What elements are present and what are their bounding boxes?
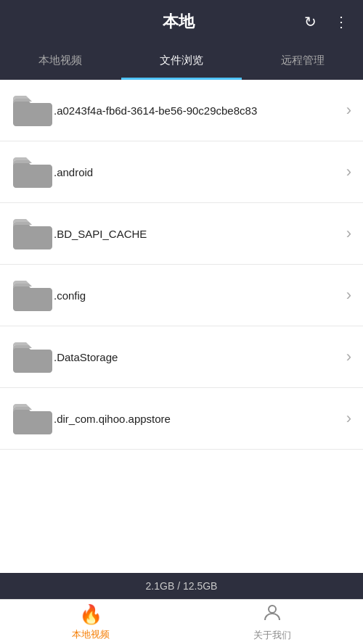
refresh-button[interactable]: ↻ [301,10,319,33]
folder-icon [12,278,54,313]
chevron-right-icon: › [346,162,351,181]
file-name: .a0243f4a-fb6d-3614-be56-90c29cbe8c83 [54,104,340,117]
file-name: .DataStorage [54,351,340,363]
header: 本地 ↻ ⋮ [0,0,363,44]
chevron-right-icon: › [346,409,351,428]
tab-local-video[interactable]: 本地视频 [0,44,121,80]
list-item[interactable]: .dir_com.qihoo.appstore › [0,388,363,450]
file-name: .dir_com.qihoo.appstore [54,413,340,425]
folder-icon [12,154,54,189]
file-name: .config [54,289,340,302]
folder-icon [12,339,54,374]
tab-remote-manage[interactable]: 远程管理 [242,44,363,80]
chevron-right-icon: › [346,224,351,243]
folder-icon [12,216,54,251]
folder-icon [12,401,54,436]
list-item[interactable]: .config › [0,265,363,326]
chevron-right-icon: › [346,286,351,305]
storage-status: 2.1GB / 12.5GB [0,573,363,599]
storage-label: 2.1GB / 12.5GB [146,580,218,592]
bottom-navigation: 🔥 本地视频 关于我们 [0,599,363,644]
list-item[interactable]: .DataStorage › [0,326,363,388]
tab-bar: 本地视频 文件浏览 远程管理 [0,44,363,80]
file-name: .BD_SAPI_CACHE [54,228,340,240]
file-name: .android [54,166,340,178]
chevron-right-icon: › [346,347,351,366]
bottom-nav-about-us-label: 关于我们 [253,629,291,642]
list-item[interactable]: .android › [0,141,363,203]
list-item[interactable]: .BD_SAPI_CACHE › [0,203,363,265]
bottom-nav-local-video-label: 本地视频 [72,628,110,641]
person-icon [263,603,282,627]
more-button[interactable]: ⋮ [331,10,351,33]
page-title: 本地 [55,11,301,33]
svg-point-0 [269,606,276,613]
chevron-right-icon: › [346,101,351,120]
folder-icon [12,93,54,128]
header-actions: ↻ ⋮ [301,10,351,33]
fire-icon: 🔥 [79,603,102,626]
bottom-nav-about-us[interactable]: 关于我们 [182,600,363,644]
tab-file-browse[interactable]: 文件浏览 [121,44,242,80]
list-item[interactable]: .a0243f4a-fb6d-3614-be56-90c29cbe8c83 › [0,80,363,141]
file-list: .a0243f4a-fb6d-3614-be56-90c29cbe8c83 › … [0,80,363,573]
bottom-nav-local-video[interactable]: 🔥 本地视频 [0,600,182,644]
